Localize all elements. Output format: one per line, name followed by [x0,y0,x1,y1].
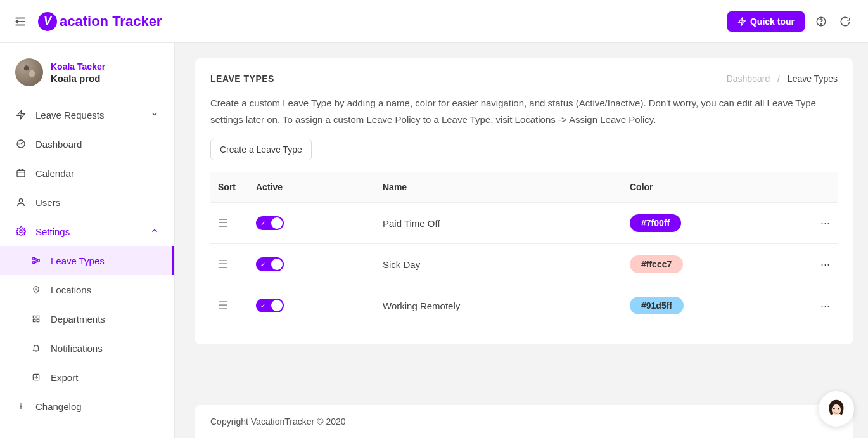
footer-copyright: Copyright VacationTracker [210,416,314,427]
chevron-down-icon [150,110,159,120]
row-more-button[interactable]: ⋯ [820,300,830,311]
color-badge: #7f00ff [630,214,681,232]
profile-block[interactable]: Koala Tacker Koala prod [0,55,174,100]
nav-settings[interactable]: Settings [0,217,174,246]
info-icon [15,401,27,412]
row-more-button[interactable]: ⋯ [820,217,830,228]
col-color: Color [622,172,800,203]
nav-label: Settings [35,226,70,237]
svg-point-17 [35,288,37,290]
avatar [15,58,43,86]
table-row: ☰✓Working Remotely#91d5ff⋯ [210,285,838,326]
breadcrumb-current: Leave Types [788,74,838,84]
app-logo[interactable]: V acation Tracker [38,12,162,31]
flow-icon [30,255,42,266]
table-row: ☰✓Paid Time Off#7f00ff⋯ [210,203,838,244]
check-icon: ✓ [260,220,265,227]
support-chat-button[interactable] [819,391,854,427]
svg-rect-18 [33,316,35,318]
svg-point-13 [20,230,22,233]
org-icon [30,313,42,325]
breadcrumb-dashboard[interactable]: Dashboard [727,74,770,84]
footer-year: 2020 [326,416,346,427]
profile-org: Koala prod [51,73,105,84]
nav-label: Notifications [51,343,103,354]
footer: Copyright VacationTracker © 2020 [195,405,853,438]
location-icon [30,284,42,295]
nav-export[interactable]: Export [0,363,174,392]
nav-label: Locations [51,285,91,295]
help-button[interactable] [814,14,829,29]
export-icon [30,371,42,383]
svg-rect-21 [37,319,39,322]
svg-rect-8 [17,170,25,177]
nav-label: Users [35,197,60,208]
refresh-button[interactable] [838,14,853,29]
bell-icon [30,342,42,354]
nav-label: Leave Requests [35,110,104,120]
logo-mark: V [38,12,57,31]
nav-calendar[interactable]: Calendar [0,158,174,188]
nav-label: Changelog [35,401,82,412]
svg-point-12 [19,199,22,202]
nav-label: Leave Types [51,255,105,266]
drag-handle-icon[interactable]: ☰ [218,258,228,271]
svg-point-24 [20,406,22,407]
check-icon: ✓ [260,261,265,268]
svg-rect-20 [33,319,35,322]
check-icon: ✓ [260,302,265,309]
create-leave-type-button[interactable]: Create a Leave Type [210,139,312,160]
row-name: Working Remotely [375,285,622,326]
gear-icon [15,226,27,237]
page-title: LEAVE TYPES [210,74,274,84]
nav-leave-requests[interactable]: Leave Requests [0,100,174,129]
menu-collapse-icon [13,15,27,29]
nav-changelog[interactable]: Changelog [0,392,174,421]
content-card: LEAVE TYPES Dashboard / Leave Types Crea… [195,58,853,344]
quick-tour-label: Quick tour [750,16,795,27]
row-name: Paid Time Off [375,203,622,244]
svg-marker-3 [739,18,746,25]
breadcrumb: Dashboard / Leave Types [727,74,838,84]
svg-marker-6 [17,110,25,119]
question-icon [815,16,827,27]
lightning-icon [737,17,746,26]
support-avatar-icon [822,394,851,423]
color-badge: #91d5ff [630,297,684,314]
active-toggle[interactable]: ✓ [256,299,284,312]
nav-label: Calendar [35,168,74,179]
nav-label: Departments [51,314,105,325]
nav-dashboard[interactable]: Dashboard [0,129,174,158]
calendar-icon [15,167,27,179]
col-sort: Sort [210,172,248,203]
lightning-icon [15,109,27,120]
nav-users[interactable]: Users [0,188,174,217]
refresh-icon [839,16,851,27]
svg-point-29 [833,408,835,410]
nav-label: Dashboard [35,139,82,150]
chevron-up-icon [150,226,159,237]
color-badge: #ffccc7 [630,255,683,273]
svg-rect-19 [37,316,39,318]
active-toggle[interactable]: ✓ [256,216,284,230]
nav-label: Export [51,372,78,383]
nav-notifications[interactable]: Notifications [0,333,174,363]
sidebar-toggle[interactable] [11,13,29,30]
main-content: LEAVE TYPES Dashboard / Leave Types Crea… [175,43,868,438]
row-name: Sick Day [375,244,622,285]
svg-point-30 [838,408,839,410]
nav-departments[interactable]: Departments [0,304,174,333]
svg-rect-16 [37,259,39,261]
nav-locations[interactable]: Locations [0,275,174,304]
quick-tour-button[interactable]: Quick tour [727,11,805,32]
drag-handle-icon[interactable]: ☰ [218,299,228,312]
breadcrumb-sep: / [777,74,780,84]
nav-leave-types[interactable]: Leave Types [0,246,174,275]
table-row: ☰✓Sick Day#ffccc7⋯ [210,244,838,285]
active-toggle[interactable]: ✓ [256,257,284,271]
leave-types-table: Sort Active Name Color ☰✓Paid Time Off#7… [210,172,838,326]
nav: Leave Requests Dashboard Calendar [0,100,174,421]
drag-handle-icon[interactable]: ☰ [218,217,228,229]
dashboard-icon [15,138,27,150]
row-more-button[interactable]: ⋯ [820,259,830,269]
